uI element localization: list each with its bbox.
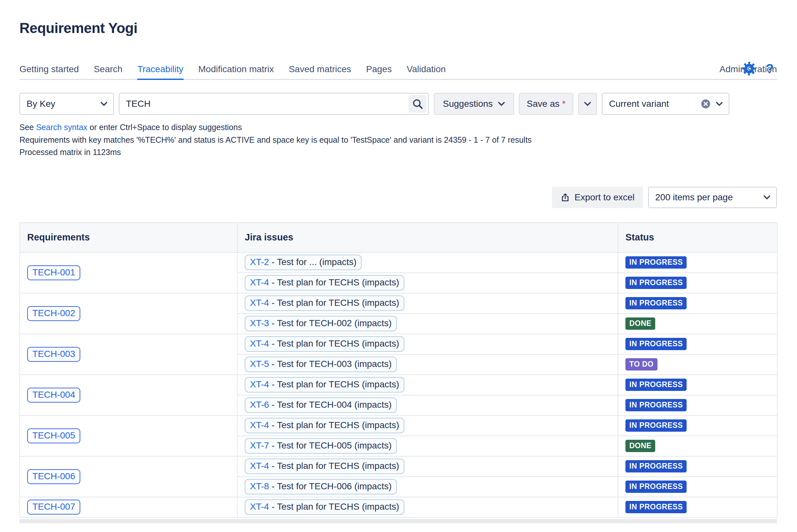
variant-select[interactable]: Current variant xyxy=(602,93,729,115)
jira-issue-key-link[interactable]: XT-4 xyxy=(250,339,269,348)
tab-pages[interactable]: Pages xyxy=(366,64,392,80)
requirement-link[interactable]: TECH-006 xyxy=(27,469,80,484)
status-badge: IN PROGRESS xyxy=(626,419,687,432)
table-footer-strip xyxy=(19,519,777,523)
header-icons: ? xyxy=(742,61,774,76)
status-badge: IN PROGRESS xyxy=(626,480,687,493)
status-badge: IN PROGRESS xyxy=(626,277,687,289)
gear-icon[interactable] xyxy=(742,61,756,76)
help-icon[interactable]: ? xyxy=(766,62,774,75)
jira-issue-summary: - Test for TECH-003 (impacts) xyxy=(269,359,392,369)
jira-issue-cell: XT-3 - Test for TECH-002 (impacts) xyxy=(237,314,618,334)
save-as-split-button[interactable] xyxy=(578,93,597,115)
status-badge: IN PROGRESS xyxy=(626,338,687,350)
jira-issue-key-link[interactable]: XT-4 xyxy=(250,461,269,471)
status-cell: DONE xyxy=(618,314,777,334)
jira-issue-key-link[interactable]: XT-2 xyxy=(250,257,269,267)
chevron-down-icon xyxy=(498,101,505,106)
page-title: Requirement Yogi xyxy=(19,20,777,36)
status-cell: IN PROGRESS xyxy=(618,252,777,273)
requirement-link[interactable]: TECH-001 xyxy=(27,265,80,280)
jira-issue-key-link[interactable]: XT-7 xyxy=(250,440,269,451)
jira-issue-pill[interactable]: XT-4 - Test plan for TECHS (impacts) xyxy=(245,336,404,352)
requirement-cell: TECH-002 xyxy=(20,293,237,334)
search-input[interactable] xyxy=(126,99,409,109)
requirement-cell: TECH-004 xyxy=(20,375,237,416)
export-icon xyxy=(560,192,570,202)
search-syntax-link[interactable]: Search syntax xyxy=(36,122,87,132)
requirement-link[interactable]: TECH-003 xyxy=(27,347,80,362)
jira-issue-key-link[interactable]: XT-6 xyxy=(250,400,269,410)
jira-issue-pill[interactable]: XT-4 - Test plan for TECHS (impacts) xyxy=(245,499,404,515)
status-cell: TO DO xyxy=(618,354,777,375)
table-row: TECH-005XT-4 - Test plan for TECHS (impa… xyxy=(20,416,777,436)
jira-issue-cell: XT-7 - Test for TECH-005 (impacts) xyxy=(237,436,618,456)
jira-issue-key-link[interactable]: XT-3 xyxy=(250,318,269,328)
status-badge: TO DO xyxy=(626,358,657,370)
suggestions-button[interactable]: Suggestions xyxy=(434,93,514,115)
jira-issue-pill[interactable]: XT-4 - Test plan for TECHS (impacts) xyxy=(245,418,404,433)
page-size-select[interactable]: 200 items per page xyxy=(648,187,777,208)
jira-issue-pill[interactable]: XT-4 - Test plan for TECHS (impacts) xyxy=(245,296,404,311)
status-cell: IN PROGRESS xyxy=(618,375,777,395)
search-button[interactable] xyxy=(409,95,427,113)
tab-saved-matrices[interactable]: Saved matrices xyxy=(289,64,351,80)
status-badge: DONE xyxy=(626,440,655,452)
status-cell: IN PROGRESS xyxy=(618,477,777,497)
chevron-down-icon xyxy=(763,195,771,200)
requirement-link[interactable]: TECH-004 xyxy=(27,388,80,402)
column-header-requirements: Requirements xyxy=(20,223,237,252)
requirement-link[interactable]: TECH-005 xyxy=(27,429,80,443)
jira-issue-key-link[interactable]: XT-4 xyxy=(250,277,269,287)
jira-issue-summary: - Test plan for TECHS (impacts) xyxy=(269,339,399,348)
table-row: TECH-007XT-4 - Test plan for TECHS (impa… xyxy=(20,497,777,517)
jira-issue-pill[interactable]: XT-7 - Test for TECH-005 (impacts) xyxy=(245,438,397,454)
jira-issue-cell: XT-4 - Test plan for TECHS (impacts) xyxy=(237,334,618,354)
tab-traceability[interactable]: Traceability xyxy=(137,64,183,80)
jira-issue-pill[interactable]: XT-4 - Test plan for TECHS (impacts) xyxy=(245,458,404,474)
column-header-status: Status xyxy=(618,223,777,252)
variant-select-value: Current variant xyxy=(609,99,669,109)
tab-search[interactable]: Search xyxy=(94,64,123,80)
jira-issue-pill[interactable]: XT-4 - Test plan for TECHS (impacts) xyxy=(245,275,404,290)
table-header-row: Requirements Jira issues Status xyxy=(20,223,777,252)
search-controls: By Key Suggestions Save as * Current va xyxy=(19,93,777,115)
jira-issue-cell: XT-4 - Test plan for TECHS (impacts) xyxy=(237,416,618,436)
jira-issue-key-link[interactable]: XT-4 xyxy=(250,298,269,308)
requirement-link[interactable]: TECH-002 xyxy=(27,306,80,321)
tab-validation[interactable]: Validation xyxy=(407,64,446,80)
jira-issue-summary: - Test for TECH-004 (impacts) xyxy=(269,400,392,410)
tab-modification-matrix[interactable]: Modification matrix xyxy=(199,64,274,80)
jira-issue-pill[interactable]: XT-4 - Test plan for TECHS (impacts) xyxy=(245,377,404,393)
status-badge: IN PROGRESS xyxy=(626,379,687,391)
jira-issue-key-link[interactable]: XT-8 xyxy=(250,481,269,491)
export-to-excel-button[interactable]: Export to excel xyxy=(552,187,643,208)
jira-issue-cell: XT-5 - Test for TECH-003 (impacts) xyxy=(237,354,618,375)
status-cell: IN PROGRESS xyxy=(618,273,777,293)
jira-issue-pill[interactable]: XT-2 - Test for ... (impacts) xyxy=(245,255,362,270)
jira-issue-key-link[interactable]: XT-4 xyxy=(250,379,269,389)
table-row: TECH-003XT-4 - Test plan for TECHS (impa… xyxy=(20,334,777,354)
clear-icon xyxy=(701,99,710,109)
requirement-link[interactable]: TECH-007 xyxy=(27,500,80,514)
jira-issue-pill[interactable]: XT-6 - Test for TECH-004 (impacts) xyxy=(245,397,397,413)
jira-issue-pill[interactable]: XT-8 - Test for TECH-006 (impacts) xyxy=(245,479,397,494)
jira-issue-summary: - Test for ... (impacts) xyxy=(269,257,356,267)
jira-issue-key-link[interactable]: XT-5 xyxy=(250,359,269,369)
scope-select[interactable]: By Key xyxy=(19,93,114,115)
jira-issue-key-link[interactable]: XT-4 xyxy=(250,420,269,430)
result-summary: Requirements with key matches '%TECH%' a… xyxy=(19,135,777,145)
jira-issue-cell: XT-4 - Test plan for TECHS (impacts) xyxy=(237,456,618,477)
syntax-hint: See Search syntax or enter Ctrl+Space to… xyxy=(19,122,777,132)
save-as-button[interactable]: Save as * xyxy=(519,93,573,115)
jira-issue-pill[interactable]: XT-5 - Test for TECH-003 (impacts) xyxy=(245,357,397,372)
scope-select-value: By Key xyxy=(26,99,55,109)
status-cell: IN PROGRESS xyxy=(618,334,777,354)
table-row: TECH-004XT-4 - Test plan for TECHS (impa… xyxy=(20,375,777,395)
jira-issue-pill[interactable]: XT-3 - Test for TECH-002 (impacts) xyxy=(245,316,397,331)
jira-issue-key-link[interactable]: XT-4 xyxy=(250,501,269,512)
status-cell: IN PROGRESS xyxy=(618,395,777,416)
search-box xyxy=(119,93,429,115)
requirement-cell: TECH-007 xyxy=(20,497,237,517)
tab-getting-started[interactable]: Getting started xyxy=(19,64,79,80)
